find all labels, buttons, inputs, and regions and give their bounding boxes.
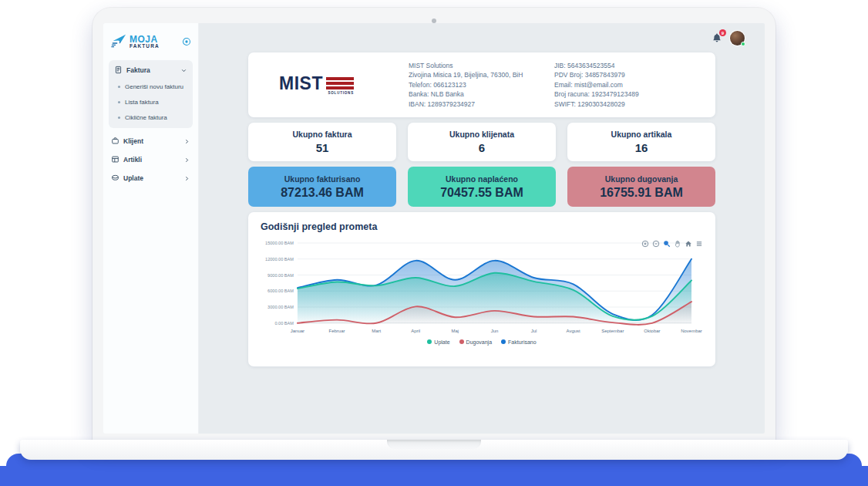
- submenu-label: Lista faktura: [125, 99, 159, 106]
- zoom-out-icon[interactable]: [652, 240, 660, 248]
- company-info-card: MIST SOLUTIONS MIST Solutions Zivojina M…: [248, 52, 715, 117]
- app-screen: MOJA FAKTURA: [103, 23, 765, 434]
- bell-icon[interactable]: 9: [712, 32, 722, 43]
- home-icon[interactable]: [685, 240, 692, 248]
- total-value: 70457.55 BAM: [440, 186, 523, 200]
- legend-dot-icon: [427, 339, 432, 344]
- sidebar-subitem-lista-faktura[interactable]: Lista faktura: [112, 94, 190, 110]
- app-logo[interactable]: MOJA FAKTURA: [109, 31, 193, 60]
- sidebar-item-artikli[interactable]: Artikli: [109, 151, 193, 168]
- chevron-right-icon: [183, 138, 190, 145]
- chevron-right-icon: [183, 157, 190, 164]
- stat-value: 16: [635, 141, 648, 154]
- sidebar-item-label: Faktura: [126, 66, 150, 74]
- sidebar-item-label: Klijent: [123, 137, 143, 145]
- sidebar-item-klijent[interactable]: Klijent: [109, 133, 193, 150]
- stat-value: 6: [479, 141, 485, 154]
- svg-text:Maj: Maj: [452, 329, 459, 333]
- laptop-base: [20, 440, 848, 460]
- items-table-icon: [111, 155, 119, 165]
- company-logo: MIST SOLUTIONS: [279, 75, 387, 95]
- company-swift: SWIFT: 1290303428029: [554, 100, 700, 110]
- company-jib: JIB: 5643634523554: [554, 61, 700, 71]
- sidebar-subitem-ciklicne-faktura[interactable]: Ciklične faktura: [112, 110, 190, 125]
- total-label: Ukupno fakturisano: [284, 174, 361, 184]
- svg-text:Oktobar: Oktobar: [644, 329, 660, 333]
- stat-label: Ukupno faktura: [292, 130, 352, 139]
- sidebar-item-uplate[interactable]: Uplate: [109, 170, 193, 187]
- company-pdv: PDV Broj: 34857843979: [554, 70, 700, 80]
- menu-icon[interactable]: [695, 240, 703, 248]
- blue-backdrop-strip: [0, 466, 868, 486]
- stat-label: Ukupno artikala: [611, 130, 672, 139]
- svg-text:0.00 BAM: 0.00 BAM: [274, 321, 294, 326]
- total-card-naplaceno: Ukupno naplaćeno 70457.55 BAM: [408, 167, 556, 207]
- company-phone: Telefon: 066123123: [409, 80, 554, 90]
- legend-item-dugovanja[interactable]: Dugovanja: [459, 339, 492, 345]
- sidebar-item-faktura[interactable]: Faktura: [112, 62, 190, 79]
- briefcase-icon: [111, 137, 119, 147]
- logo-text-top: MOJA: [130, 35, 160, 44]
- company-details-right: JIB: 5643634523554 PDV Broj: 34857843979…: [554, 61, 700, 110]
- paper-plane-icon: [110, 32, 127, 51]
- topbar: 9: [199, 23, 765, 52]
- submenu-label: Generiši novu fakturu: [125, 83, 183, 90]
- chart-title: Godišnji pregled prometa: [261, 221, 703, 232]
- invoice-icon: [114, 66, 123, 76]
- laptop-notch: [387, 440, 481, 449]
- svg-text:April: April: [411, 329, 420, 333]
- company-email: Email: mist@email.com: [554, 80, 700, 90]
- sidebar-item-label: Uplate: [123, 174, 143, 182]
- chart-toolbar: [641, 240, 703, 248]
- legend-item-fakturisano[interactable]: Fakturisano: [501, 339, 537, 345]
- stat-card-klijenata: Ukupno klijenata 6: [408, 123, 556, 161]
- company-name: MIST Solutions: [409, 61, 554, 71]
- company-logo-text: MIST: [279, 75, 323, 93]
- chevron-down-icon: [180, 67, 187, 74]
- stat-label: Ukupno klijenata: [449, 130, 514, 139]
- notification-badge: 9: [719, 29, 726, 36]
- svg-text:15000.00 BAM: 15000.00 BAM: [265, 241, 294, 245]
- total-card-dugovanja: Ukupno dugovanja 16755.91 BAM: [567, 167, 715, 207]
- svg-text:12000.00 BAM: 12000.00 BAM: [265, 257, 294, 262]
- coin-icon: [111, 174, 119, 184]
- page-background: MOJA FAKTURA: [0, 0, 868, 486]
- company-iban: IBAN: 1289379234927: [409, 100, 554, 110]
- sidebar-subitem-generisi-novu-fakturu[interactable]: Generiši novu fakturu: [112, 79, 190, 94]
- company-address: Zivojina Misica 19, Bijeljina, 76300, Bi…: [409, 70, 554, 80]
- svg-text:Januar: Januar: [291, 329, 304, 333]
- laptop-mockup: MOJA FAKTURA: [93, 8, 775, 441]
- legend-label: Fakturisano: [508, 339, 537, 345]
- logo-text-bottom: FAKTURA: [130, 44, 160, 49]
- avatar[interactable]: [730, 31, 745, 46]
- main-area: 9 MIST SOLUTIONS: [199, 23, 765, 434]
- svg-text:Avgust: Avgust: [567, 329, 580, 333]
- stats-row: Ukupno faktura 51 Ukupno klijenata 6 Uku…: [248, 123, 715, 161]
- svg-text:3000.00 BAM: 3000.00 BAM: [267, 305, 294, 309]
- total-value: 16755.91 BAM: [600, 186, 683, 200]
- bullet-dot-icon: [118, 101, 120, 103]
- pan-icon[interactable]: [674, 240, 681, 248]
- svg-text:Jun: Jun: [491, 329, 499, 333]
- company-account: Broj racuna: 1923479123489: [554, 89, 700, 100]
- online-status-dot: [741, 42, 745, 46]
- stat-value: 51: [316, 141, 329, 154]
- company-logo-subtext: SOLUTIONS: [326, 91, 354, 95]
- annual-chart-card: Godišnji pregled prometa: [248, 212, 715, 366]
- svg-text:Mart: Mart: [372, 329, 381, 333]
- stat-card-artikala: Ukupno artikala 16: [567, 123, 715, 161]
- svg-text:Februar: Februar: [329, 329, 345, 333]
- stat-card-faktura: Ukupno faktura 51: [248, 123, 396, 161]
- radio-circle-icon[interactable]: [182, 37, 191, 46]
- company-bank: Banka: NLB Banka: [409, 89, 554, 100]
- svg-text:Novembar: Novembar: [681, 329, 702, 333]
- legend-dot-icon: [459, 339, 464, 344]
- selection-zoom-icon[interactable]: [663, 240, 671, 248]
- legend-item-uplate[interactable]: Uplate: [427, 339, 449, 345]
- submenu-label: Ciklične faktura: [125, 114, 167, 121]
- area-chart[interactable]: 15000.00 BAM12000.00 BAM9000.00 BAM6000.…: [261, 237, 703, 339]
- bullet-dot-icon: [118, 116, 120, 119]
- company-logo-bars: SOLUTIONS: [326, 77, 354, 95]
- legend-label: Dugovanja: [466, 339, 492, 345]
- zoom-in-icon[interactable]: [641, 240, 649, 248]
